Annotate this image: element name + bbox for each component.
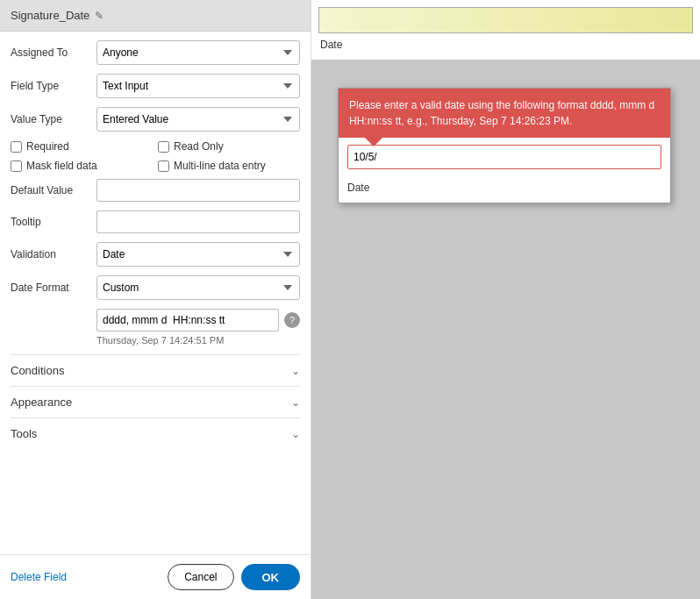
tooltip-label: Tooltip	[11, 216, 89, 228]
tools-label: Tools	[11, 427, 37, 440]
tooltip-popup: Please enter a valid date using the foll…	[338, 88, 671, 203]
value-type-row: Value Type Entered ValueCalculated	[11, 107, 300, 132]
error-text: Please enter a valid date using the foll…	[349, 99, 654, 127]
validation-label: Validation	[11, 248, 89, 260]
field-type-label: Field Type	[11, 80, 89, 92]
panel-title-row: Signature_Date ✎	[11, 9, 104, 22]
value-type-label: Value Type	[11, 113, 89, 125]
date-format-row: Date Format CustomShortLong	[11, 275, 300, 300]
required-label: Required	[26, 140, 69, 153]
delete-field-link[interactable]: Delete Field	[11, 571, 67, 583]
appearance-section: Appearance ⌄	[11, 386, 300, 417]
date-format-label: Date Format	[11, 282, 89, 294]
date-format-pattern-row: ?	[96, 309, 300, 332]
read-only-checkbox[interactable]	[158, 141, 169, 153]
date-label-top: Date	[320, 39, 342, 51]
left-panel: Signature_Date ✎ Assigned To AnyoneSpeci…	[0, 0, 311, 599]
required-checkbox-item: Required	[11, 140, 153, 153]
validation-row: Validation DateNoneNumber	[11, 242, 300, 267]
panel-footer: Delete Field Cancel OK	[0, 554, 311, 599]
mask-field-checkbox[interactable]	[11, 160, 22, 172]
value-type-select[interactable]: Entered ValueCalculated	[96, 107, 300, 132]
required-checkbox[interactable]	[11, 141, 22, 153]
validation-select[interactable]: DateNoneNumber	[96, 242, 300, 267]
field-type-row: Field Type Text InputDateSignature	[11, 74, 300, 98]
date-field-bar	[318, 7, 693, 33]
date-preview: Thursday, Sep 7 14:24:51 PM	[96, 335, 300, 346]
footer-buttons: Cancel OK	[168, 564, 300, 590]
panel-body: Assigned To AnyoneSpecific User Field Ty…	[0, 32, 311, 554]
conditions-label: Conditions	[11, 364, 64, 377]
mask-field-label: Mask field data	[26, 160, 97, 172]
panel-header: Signature_Date ✎	[0, 0, 311, 32]
tools-header[interactable]: Tools ⌄	[11, 418, 300, 449]
tooltip-error-message: Please enter a valid date using the foll…	[339, 89, 670, 138]
conditions-section: Conditions ⌄	[11, 354, 300, 386]
tooltip-date-label: Date	[339, 176, 670, 203]
conditions-chevron-icon: ⌄	[291, 365, 300, 377]
date-field-preview: Date	[311, 0, 700, 53]
assigned-to-row: Assigned To AnyoneSpecific User	[11, 40, 300, 65]
date-format-select[interactable]: CustomShortLong	[96, 275, 300, 300]
cancel-button[interactable]: Cancel	[168, 564, 233, 590]
default-value-row: Default Value	[11, 179, 300, 202]
field-type-select[interactable]: Text InputDateSignature	[96, 74, 300, 98]
read-only-label: Read Only	[174, 140, 224, 153]
tools-chevron-icon: ⌄	[291, 428, 300, 440]
multi-line-label: Multi-line data entry	[174, 160, 266, 172]
tools-section: Tools ⌄	[11, 417, 300, 449]
assigned-to-label: Assigned To	[11, 46, 89, 59]
default-value-input[interactable]	[96, 179, 300, 202]
tooltip-row: Tooltip	[11, 210, 300, 233]
conditions-header[interactable]: Conditions ⌄	[11, 355, 300, 386]
assigned-to-select[interactable]: AnyoneSpecific User	[96, 40, 300, 65]
appearance-label: Appearance	[11, 396, 72, 409]
default-value-label: Default Value	[11, 184, 89, 196]
edit-icon[interactable]: ✎	[95, 10, 104, 22]
tooltip-input[interactable]	[96, 210, 300, 233]
appearance-chevron-icon: ⌄	[291, 396, 300, 409]
checkboxes-row-2: Mask field data Multi-line data entry	[11, 160, 300, 172]
checkboxes-row-1: Required Read Only	[11, 140, 300, 153]
multi-line-checkbox-item: Multi-line data entry	[158, 160, 300, 172]
right-area: Date Please enter a valid date using the…	[311, 0, 700, 599]
mask-field-checkbox-item: Mask field data	[11, 160, 153, 172]
tooltip-date-input[interactable]	[347, 145, 661, 169]
field-name-title: Signature_Date	[11, 9, 89, 22]
date-format-pattern-input[interactable]	[96, 309, 279, 332]
multi-line-checkbox[interactable]	[158, 160, 169, 172]
ok-button[interactable]: OK	[241, 564, 301, 590]
tooltip-input-row	[339, 138, 670, 176]
appearance-header[interactable]: Appearance ⌄	[11, 387, 300, 417]
help-icon[interactable]: ?	[284, 312, 300, 328]
read-only-checkbox-item: Read Only	[158, 140, 300, 153]
